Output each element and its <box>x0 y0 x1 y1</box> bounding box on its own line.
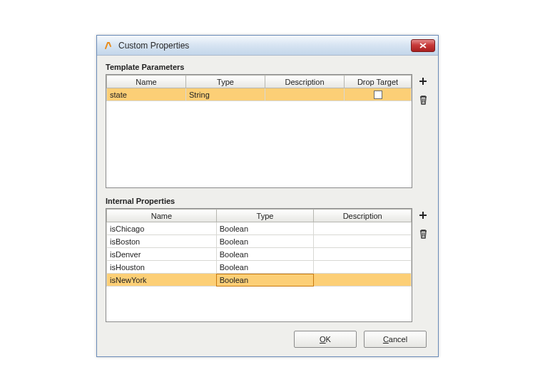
trash-icon <box>419 229 428 239</box>
titlebar: Custom Properties <box>97 36 438 56</box>
cell-type[interactable]: String <box>186 88 265 101</box>
cell-description[interactable] <box>314 222 412 235</box>
window-title: Custom Properties <box>118 41 411 51</box>
add-button[interactable] <box>417 76 429 87</box>
add-button[interactable] <box>417 210 429 221</box>
cell-description[interactable] <box>314 248 412 261</box>
dialog-content: Template Parameters Name Type Descriptio… <box>97 56 438 356</box>
table-row[interactable]: isChicago Boolean <box>107 222 412 235</box>
cell-type[interactable]: Boolean <box>216 248 314 261</box>
internal-tools <box>417 208 429 239</box>
cancel-mnemonic: C <box>383 335 389 344</box>
ok-button[interactable]: OK <box>294 331 357 348</box>
cell-name[interactable]: isHouston <box>107 261 217 274</box>
cancel-rest: ancel <box>389 335 407 344</box>
cell-name[interactable]: isBoston <box>107 235 217 248</box>
ok-mnemonic: O <box>320 335 326 344</box>
cell-description[interactable] <box>314 261 412 274</box>
col-drop-target[interactable]: Drop Target <box>345 76 412 88</box>
checkbox-icon[interactable] <box>374 91 382 99</box>
template-parameters-label: Template Parameters <box>106 63 429 71</box>
table-row[interactable]: state String <box>107 88 412 101</box>
cancel-button[interactable]: Cancel <box>364 331 427 348</box>
cell-name[interactable]: isNewYork <box>107 274 217 287</box>
internal-properties-table[interactable]: Name Type Description isChicago Boolean … <box>106 208 412 322</box>
col-type[interactable]: Type <box>186 76 265 88</box>
close-icon <box>419 43 427 48</box>
trash-icon <box>419 95 428 105</box>
plus-icon <box>418 76 428 86</box>
ok-rest: K <box>326 335 331 344</box>
cell-type[interactable]: Boolean <box>216 222 314 235</box>
cell-description[interactable] <box>265 88 345 101</box>
close-button[interactable] <box>411 39 435 52</box>
cell-type[interactable]: Boolean <box>216 274 314 287</box>
dialog-buttons: OK Cancel <box>106 326 429 351</box>
cell-description[interactable] <box>314 274 412 287</box>
table-header-row: Name Type Description Drop Target <box>107 76 412 88</box>
cell-type[interactable]: Boolean <box>216 261 314 274</box>
delete-button[interactable] <box>417 228 429 239</box>
table-row[interactable]: isBoston Boolean <box>107 235 412 248</box>
plus-icon <box>418 210 428 220</box>
cell-name[interactable]: isChicago <box>107 222 217 235</box>
table-header-row: Name Type Description <box>107 210 412 222</box>
internal-properties-section: Name Type Description isChicago Boolean … <box>106 208 429 322</box>
cell-type[interactable]: Boolean <box>216 235 314 248</box>
cell-name[interactable]: isDenver <box>107 248 217 261</box>
template-tools <box>417 74 429 105</box>
table-row[interactable]: isHouston Boolean <box>107 261 412 274</box>
col-type[interactable]: Type <box>216 210 314 222</box>
template-parameters-section: Name Type Description Drop Target state … <box>106 74 429 188</box>
cell-name[interactable]: state <box>107 88 186 101</box>
template-parameters-table[interactable]: Name Type Description Drop Target state … <box>106 74 412 188</box>
table-row[interactable]: isDenver Boolean <box>107 248 412 261</box>
table-row[interactable]: isNewYork Boolean <box>107 274 412 287</box>
col-name[interactable]: Name <box>107 210 217 222</box>
cell-description[interactable] <box>314 235 412 248</box>
delete-button[interactable] <box>417 94 429 105</box>
internal-properties-label: Internal Properties <box>106 197 429 205</box>
col-description[interactable]: Description <box>265 76 345 88</box>
custom-properties-dialog: Custom Properties Template Parameters Na… <box>96 35 439 357</box>
col-name[interactable]: Name <box>107 76 186 88</box>
app-icon <box>103 40 114 51</box>
col-description[interactable]: Description <box>314 210 412 222</box>
cell-drop-target[interactable] <box>345 88 412 101</box>
